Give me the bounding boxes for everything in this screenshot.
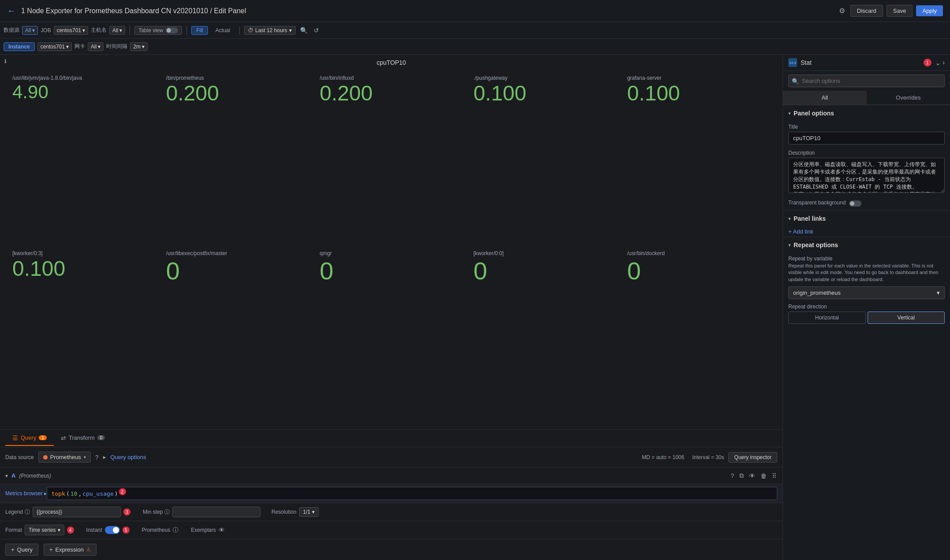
instance-select[interactable]: centos701▾ [37,42,72,51]
interval-select[interactable]: 2m▾ [130,42,148,51]
query-expand-arrow[interactable]: ▾ [5,473,8,479]
tab-all[interactable]: All [783,91,867,104]
horizontal-btn[interactable]: Horizontal [788,312,866,324]
save-button[interactable]: Save [887,5,913,17]
back-button[interactable]: ← [7,6,16,16]
settings-icon[interactable]: ⚙ [839,7,845,15]
exemplars-label: Exemplars [191,527,216,533]
metrics-browser-arrow: ▸ [44,490,47,497]
description-textarea[interactable]: 分区使用率、磁盘读取、磁盘写入、下载带宽、上传带宽、如果有多个网卡或者多个分区，… [788,158,945,193]
query-tab-icon: ☰ [12,434,18,441]
transparent-row: Transparent background [783,197,950,210]
fill-button[interactable]: Fill [191,26,208,35]
exemplars-eye-icon[interactable]: 👁 [219,527,225,534]
sidebar-stat-header: 12.4 Stat 1 ⌄ › [783,55,950,71]
refresh-button[interactable]: ↺ [312,26,321,35]
query-drag-btn[interactable]: ⠿ [771,471,777,480]
datasource-select[interactable]: All▾ [22,26,38,35]
query-delete-btn[interactable]: 🗑 [760,471,768,480]
network-label: 网卡 [74,43,85,50]
prometheus-help-icon[interactable]: ⓘ [173,526,178,534]
discard-button[interactable]: Discard [850,5,883,17]
query-options-link[interactable]: Query options [111,454,146,460]
transparent-toggle[interactable] [849,200,861,207]
instant-badge: 5 [122,527,130,534]
panel-area: ℹ cpuTOP10 /usr/lib/jvm/java-1.8.0/bin/j… [0,55,783,560]
tab-transform[interactable]: ⇄ Transform 0 [54,431,112,446]
repeat-options-header[interactable]: ▾ Repeat options [783,237,950,253]
sidebar-expand-button[interactable]: › [943,59,945,67]
query-input-field[interactable]: topk ( 10 , cpu_usage ) 2 [47,487,777,500]
repeat-options-arrow: ▾ [788,242,791,248]
query-meta-interval: Interval = 30s [692,454,724,460]
legend-input[interactable] [33,507,121,517]
query-paren-close: ) [115,490,118,497]
query-actions: ? ⧉ 👁 🗑 ⠿ [730,471,777,480]
query-letter: A [11,472,15,479]
query-editor: Data source Prometheus ▾ ? ▸ Query optio… [0,447,783,560]
repeat-variable-select[interactable]: origin_prometheus ▾ [788,286,945,299]
zoom-out-button[interactable]: 🔍 [298,26,309,35]
instant-toggle[interactable] [105,526,120,534]
query-comma: , [78,490,82,497]
query-help-btn[interactable]: ? [730,471,735,480]
query-prom-label: (Prometheus) [19,473,51,479]
query-tab-label: Query [21,434,36,441]
datasource-picker[interactable]: Prometheus ▾ [38,452,91,463]
query-inspector-button[interactable]: Query inspector [728,452,777,463]
format-select[interactable]: Time series▾ [25,525,64,535]
stat-cell-4: grafana-server 0.100 [622,71,776,247]
min-step-input[interactable] [172,507,260,517]
title-label: Title [788,124,945,130]
panel-links-header[interactable]: ▾ Panel links [783,211,950,226]
metrics-browser-button[interactable]: Metrics browser ▸ [5,490,47,497]
instance-tag[interactable]: Instance [4,42,35,51]
stat-label-9: /usr/bin/dockerd [627,250,770,256]
network-select[interactable]: All▾ [88,42,104,51]
stat-panel-icon: 12.4 [788,58,797,67]
query-copy-btn[interactable]: ⧉ [738,471,745,480]
sidebar-stat-label: Stat [801,59,920,66]
separator3 [239,26,240,35]
sidebar-collapse-button[interactable]: ⌄ [935,59,941,67]
tab-overrides[interactable]: Overrides [867,91,950,104]
sidebar-collapse-btns: ⌄ › [935,59,945,67]
actual-button[interactable]: Actual [211,26,235,35]
vertical-btn[interactable]: Vertical [868,312,945,324]
transform-tab-label: Transform [69,434,95,441]
query-toggle-btn[interactable]: 👁 [748,471,756,480]
transform-tab-icon: ⇄ [61,434,66,441]
search-options-input[interactable] [788,74,945,87]
query-func: topk [52,490,65,497]
search-icon: 🔍 [792,78,799,84]
info-icon[interactable]: ℹ [4,58,7,64]
repeat-desc: Repeat this panel for each value in the … [788,263,945,283]
toolbar-row1: 数据源 All▾ JOB centos701▾ 主机名 All▾ Table v… [0,22,950,39]
panel-title-input[interactable] [788,132,945,145]
add-expression-icon: + [49,546,53,553]
help-icon[interactable]: ? [95,454,99,461]
add-expression-button[interactable]: + Expression ⚠ [44,544,96,556]
query-meta-md: MD = auto = 1006 [642,454,684,460]
apply-button[interactable]: Apply [916,5,943,16]
legend-help-icon[interactable]: ⓘ [25,508,30,516]
metrics-browser-row: Metrics browser ▸ topk ( 10 , cpu_usage … [0,484,783,503]
stat-value-9: 0 [627,257,770,285]
repeat-by-label: Repeat by variable [788,256,945,262]
hostname-select[interactable]: All▾ [109,26,125,35]
job-label: JOB [41,27,51,33]
format-badge: 4 [67,527,74,534]
panel-options-header[interactable]: ▾ Panel options [783,105,950,121]
page-title: 1 Node Exporter for Prometheus Dashboard… [21,7,839,15]
min-step-help-icon[interactable]: ⓘ [164,508,170,516]
expand-query-opts[interactable]: ▸ [103,454,106,460]
add-query-button[interactable]: + Query [5,544,38,556]
time-range-picker[interactable]: ⏱ Last 12 hours ▾ [244,26,296,35]
table-view-toggle[interactable]: Table view [134,26,182,35]
job-select[interactable]: centos701▾ [54,26,88,35]
direction-buttons: Horizontal Vertical [788,312,945,324]
add-link-button[interactable]: + Add link [783,226,950,237]
tab-query[interactable]: ☰ Query 1 [5,431,54,446]
resolution-select[interactable]: 1/1▾ [299,507,319,517]
query-param: cpu_usage [82,490,113,497]
